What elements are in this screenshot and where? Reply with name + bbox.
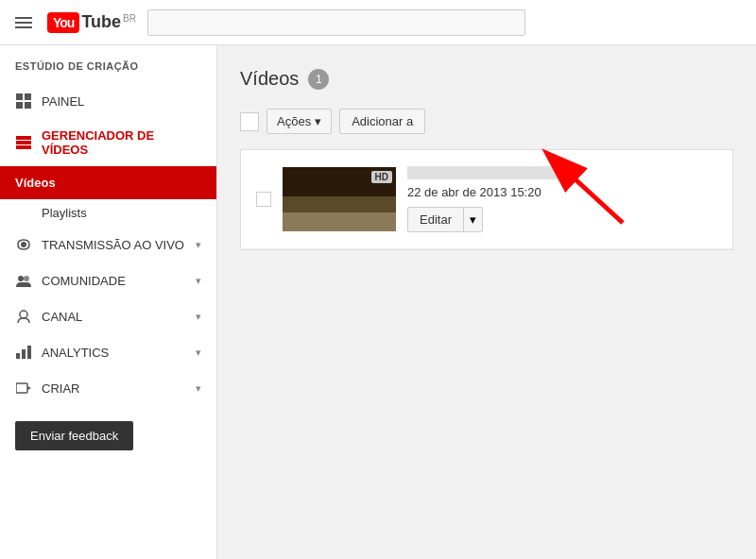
hd-badge: HD (371, 171, 392, 183)
video-thumbnail: HD (283, 167, 396, 231)
sidebar-label-criar: CRIAR (42, 381, 79, 396)
svg-rect-4 (16, 136, 31, 140)
yt-region: BR (123, 13, 136, 24)
video-manager-icon (15, 134, 32, 151)
svg-rect-3 (25, 102, 31, 109)
yt-text: You (53, 15, 74, 30)
sidebar-title: ESTÚDIO DE CRIAÇÃO (0, 45, 216, 83)
svg-rect-13 (27, 346, 31, 359)
header: You Tube BR (0, 0, 756, 45)
video-info: 22 de abr de 2013 15:20 Editar ▾ (407, 166, 593, 232)
sidebar-label-canal: CANAL (42, 310, 82, 324)
chevron-down-icon: ▾ (196, 311, 201, 323)
thumbnail-light-area (283, 212, 396, 231)
svg-rect-0 (16, 93, 23, 100)
svg-rect-14 (16, 383, 27, 393)
thumbnail-mid-area (283, 196, 396, 212)
sidebar-item-canal[interactable]: CANAL ▾ (0, 298, 216, 334)
sidebar-item-transmissao[interactable]: TRANSMISSÃO AO VIVO ▾ (0, 227, 216, 263)
main-content: Vídeos 1 Ações ▾ Adicionar a HD (217, 45, 756, 559)
analytics-icon (15, 344, 32, 361)
grid-icon (15, 93, 32, 110)
chevron-down-icon: ▾ (196, 239, 201, 251)
live-icon (15, 236, 32, 253)
sidebar-item-painel[interactable]: PAINEL (0, 83, 216, 119)
actions-chevron-icon: ▾ (315, 114, 321, 128)
sidebar-item-playlists[interactable]: Playlists (0, 199, 216, 227)
chevron-down-icon: ▾ (196, 347, 201, 359)
svg-rect-6 (16, 145, 31, 149)
sidebar-label-comunidade: COMUNIDADE (42, 274, 126, 288)
sidebar-item-gerenciador[interactable]: GERENCIADOR DE VÍDEOS (0, 119, 216, 166)
page-title: Vídeos (240, 68, 299, 90)
edit-button[interactable]: Editar (407, 207, 464, 232)
yt-red-box: You (47, 12, 79, 33)
actions-button[interactable]: Ações ▾ (266, 109, 332, 134)
youtube-logo[interactable]: You Tube BR (47, 12, 136, 33)
video-list: HD 22 de abr de 2013 15:20 Editar ▾ (240, 149, 733, 250)
svg-rect-5 (16, 141, 31, 144)
sidebar-item-criar[interactable]: CRIAR ▾ (0, 370, 216, 406)
video-count-badge: 1 (308, 69, 329, 90)
community-icon (15, 272, 32, 289)
page-header: Vídeos 1 (240, 68, 733, 90)
sidebar: ESTÚDIO DE CRIAÇÃO PAINEL (0, 45, 217, 559)
chevron-down-icon: ▾ (196, 382, 201, 395)
svg-point-8 (18, 276, 24, 281)
arrow-container (604, 161, 717, 237)
svg-rect-12 (22, 349, 26, 359)
edit-dropdown-button[interactable]: ▾ (464, 207, 483, 232)
svg-point-9 (24, 276, 29, 281)
canal-icon (15, 308, 32, 325)
actions-label: Ações (277, 114, 311, 128)
yt-tube-text: Tube (81, 12, 121, 32)
layout: ESTÚDIO DE CRIAÇÃO PAINEL (0, 45, 756, 559)
sidebar-item-comunidade[interactable]: COMUNIDADE ▾ (0, 263, 216, 298)
search-input[interactable] (147, 9, 525, 36)
sidebar-label-gerenciador: GERENCIADOR DE VÍDEOS (42, 128, 201, 157)
svg-marker-15 (27, 386, 31, 390)
chevron-down-icon: ▾ (196, 275, 201, 287)
hamburger-menu-icon[interactable] (11, 13, 36, 32)
toolbar: Ações ▾ Adicionar a (240, 109, 733, 134)
svg-point-10 (20, 311, 27, 318)
sidebar-label-videos: Vídeos (15, 176, 56, 190)
sidebar-label-painel: PAINEL (42, 94, 84, 109)
adicionar-label: Adicionar a (352, 114, 413, 128)
select-all-checkbox[interactable] (240, 112, 259, 131)
sidebar-item-videos[interactable]: Vídeos (0, 166, 216, 199)
sidebar-label-analytics: ANALYTICS (42, 346, 109, 360)
video-title-bar (407, 166, 558, 179)
table-row: HD 22 de abr de 2013 15:20 Editar ▾ (241, 150, 732, 249)
svg-rect-2 (16, 102, 23, 109)
svg-rect-11 (16, 353, 20, 359)
video-date: 22 de abr de 2013 15:20 (407, 185, 593, 199)
adicionar-button[interactable]: Adicionar a (339, 109, 425, 134)
video-checkbox[interactable] (256, 192, 271, 207)
criar-icon (15, 380, 32, 397)
feedback-button[interactable]: Enviar feedback (15, 421, 133, 450)
edit-dropdown-chevron-icon: ▾ (470, 212, 476, 227)
edit-btn-group: Editar ▾ (407, 207, 593, 232)
svg-rect-1 (25, 93, 31, 100)
svg-point-7 (21, 242, 26, 247)
sidebar-label-playlists: Playlists (42, 206, 87, 220)
sidebar-item-analytics[interactable]: ANALYTICS ▾ (0, 334, 216, 370)
sidebar-label-transmissao: TRANSMISSÃO AO VIVO (42, 238, 184, 252)
